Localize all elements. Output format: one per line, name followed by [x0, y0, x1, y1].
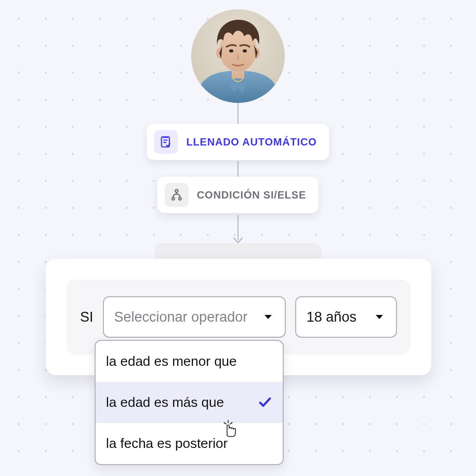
value-select[interactable]: 18 años	[295, 296, 397, 338]
option-label: la edad es más que	[106, 394, 224, 411]
select-value: 18 años	[307, 309, 356, 325]
dropdown-option[interactable]: la edad es más que	[96, 382, 283, 423]
flow-node-autofill[interactable]: LLENADO AUTOMÁTICO	[147, 124, 329, 160]
svg-line-12	[224, 422, 226, 424]
check-icon	[258, 395, 272, 410]
select-placeholder: Seleccionar operador	[114, 309, 248, 325]
pointer-cursor-icon	[222, 419, 240, 438]
avatar	[191, 9, 285, 103]
dropdown-option[interactable]: la fecha es posterior	[96, 423, 283, 464]
svg-point-6	[243, 49, 247, 52]
flow-connector	[237, 103, 239, 125]
flow-connector	[237, 161, 239, 178]
dropdown-option[interactable]: la edad es menor que	[96, 341, 283, 382]
branch-icon	[165, 183, 189, 207]
if-label: SI	[80, 309, 94, 325]
svg-point-5	[229, 49, 233, 52]
form-check-icon	[154, 130, 178, 154]
chevron-down-icon	[373, 311, 386, 323]
flow-connector	[237, 215, 239, 240]
option-label: la edad es menor que	[106, 353, 237, 369]
svg-line-13	[230, 422, 232, 424]
flow-node-condition[interactable]: CONDICIÓN SI/ELSE	[157, 177, 319, 213]
flow-node-label: CONDICIÓN SI/ELSE	[197, 189, 306, 201]
operator-select[interactable]: Seleccionar operador	[103, 296, 286, 338]
operator-dropdown: la edad es menor que la edad es más que …	[95, 340, 284, 465]
flow-node-label: LLENADO AUTOMÁTICO	[186, 136, 316, 148]
chevron-down-icon	[262, 311, 274, 323]
option-label: la fecha es posterior	[106, 435, 228, 452]
